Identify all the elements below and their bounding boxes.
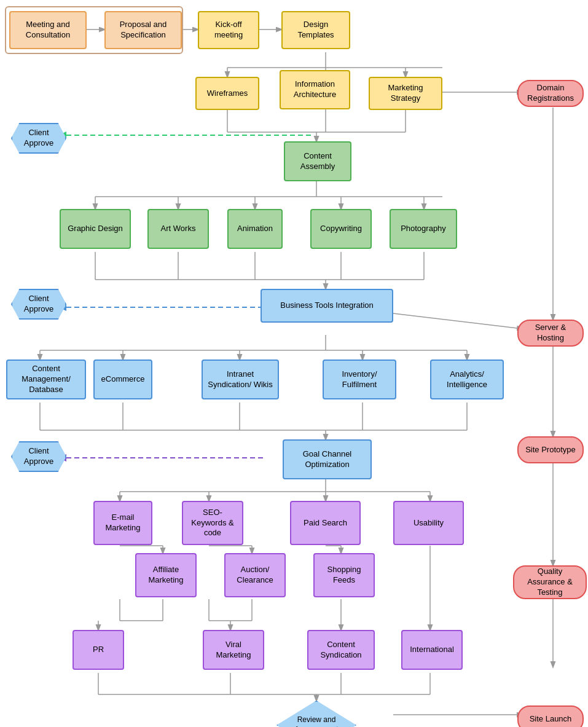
goal-channel-node: Goal Channel Optimization bbox=[283, 439, 372, 479]
review-node: Review and Approvement bbox=[276, 701, 356, 727]
seo-node: SEO- Keywords & code bbox=[182, 501, 243, 545]
biz-tools-node: Business Tools Integration bbox=[261, 289, 393, 323]
content-assembly-node: Content Assembly bbox=[284, 141, 351, 181]
art-works-node: Art Works bbox=[147, 209, 209, 249]
animation-node: Animation bbox=[227, 209, 283, 249]
international-node: International bbox=[401, 630, 463, 670]
client-approve-1-node: Client Approve bbox=[11, 123, 66, 154]
svg-line-32 bbox=[393, 313, 522, 329]
affiliate-node: Affiliate Marketing bbox=[135, 553, 197, 597]
copywriting-node: Copywriting bbox=[310, 209, 372, 249]
site-launch-node: Site Launch bbox=[517, 705, 584, 727]
paid-search-node: Paid Search bbox=[290, 501, 361, 545]
analytics-node: Analytics/ Intelligence bbox=[430, 360, 504, 399]
photography-node: Photography bbox=[390, 209, 457, 249]
proposal-node: Proposal and Specification bbox=[104, 11, 182, 49]
email-mktg-node: E-mail Marketing bbox=[93, 501, 152, 545]
meeting-node: Meeting and Consultation bbox=[9, 11, 87, 49]
domain-reg-node: Domain Registrations bbox=[517, 80, 584, 107]
graphic-design-node: Graphic Design bbox=[60, 209, 131, 249]
client-approve-2-node: Client Approve bbox=[11, 289, 66, 320]
site-prototype-node: Site Prototype bbox=[517, 436, 584, 463]
server-hosting-node: Server & Hosting bbox=[517, 320, 584, 347]
pr-node: PR bbox=[73, 630, 124, 670]
viral-node: Viral Marketing bbox=[203, 630, 264, 670]
marketing-strategy-node: Marketing Strategy bbox=[369, 77, 442, 110]
inventory-node: Inventory/ Fulfilment bbox=[323, 360, 396, 399]
wireframes-node: Wireframes bbox=[195, 77, 259, 110]
kickoff-node: Kick-off meeting bbox=[198, 11, 259, 49]
info-arch-node: Information Architecture bbox=[280, 70, 350, 109]
client-approve-3-node: Client Approve bbox=[11, 441, 66, 472]
diagram: Meeting and Consultation Proposal and Sp… bbox=[0, 0, 588, 727]
usability-node: Usability bbox=[393, 501, 464, 545]
shopping-feeds-node: Shopping Feeds bbox=[313, 553, 375, 597]
auction-node: Auction/ Clearance bbox=[224, 553, 286, 597]
intranet-node: Intranet Syndication/ Wikis bbox=[202, 360, 279, 399]
ecommerce-node: eCommerce bbox=[93, 360, 152, 399]
design-templates-node: Design Templates bbox=[281, 11, 350, 49]
content-mgmt-node: Content Management/ Database bbox=[6, 360, 86, 399]
content-synd-node: Content Syndication bbox=[307, 630, 375, 670]
qa-testing-node: Quality Assurance & Testing bbox=[513, 565, 587, 599]
